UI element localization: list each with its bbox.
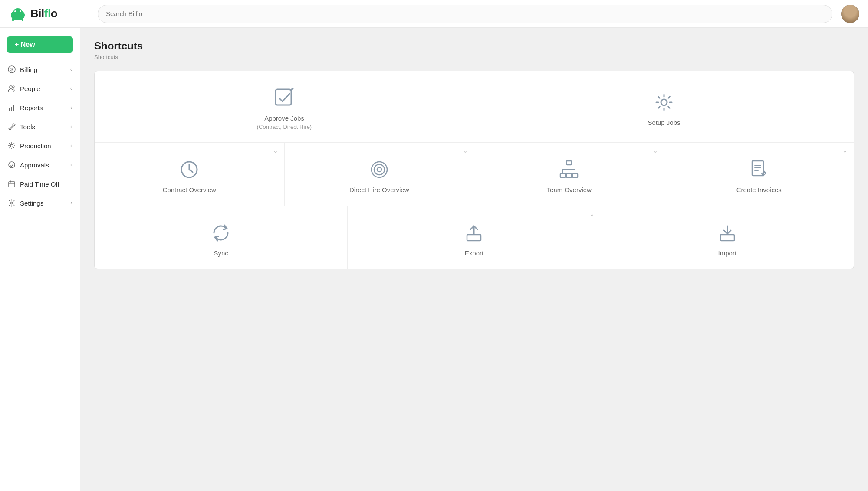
approve-jobs-sub: (Contract, Direct Hire) — [257, 124, 312, 130]
sync-label: Sync — [214, 249, 228, 257]
shortcut-import[interactable]: Import — [601, 206, 854, 269]
org-icon — [558, 158, 580, 181]
svg-point-2 — [12, 12, 16, 15]
svg-point-7 — [20, 10, 21, 12]
svg-point-24 — [377, 167, 381, 172]
chevron-right-icon: ‹ — [70, 162, 72, 168]
svg-rect-13 — [11, 107, 12, 111]
chevron-right-icon: ‹ — [70, 124, 72, 130]
direct-hire-overview-label: Direct Hire Overview — [349, 186, 409, 193]
page-title: Shortcuts — [94, 40, 854, 52]
clock-icon — [178, 158, 201, 181]
sidebar-item-paid-time-off[interactable]: Paid Time Off — [0, 174, 80, 193]
chevron-right-icon: ‹ — [70, 200, 72, 206]
shortcut-contract-overview[interactable]: ⌄ Contract Overview — [95, 143, 285, 206]
svg-line-19 — [290, 88, 293, 90]
shortcut-approve-jobs[interactable]: Approve Jobs (Contract, Direct Hire) — [95, 71, 474, 142]
chevron-right-icon: ‹ — [70, 143, 72, 149]
logo-icon — [9, 6, 27, 22]
sidebar-item-people[interactable]: People ‹ — [0, 79, 80, 98]
svg-rect-14 — [13, 105, 14, 111]
sidebar-item-tools[interactable]: Tools ‹ — [0, 117, 80, 136]
sidebar-item-approvals[interactable]: Approvals ‹ — [0, 155, 80, 174]
edit-doc-icon — [748, 158, 770, 181]
svg-rect-35 — [467, 235, 481, 241]
svg-point-15 — [10, 144, 13, 147]
chevron-down-icon: ⌄ — [273, 147, 278, 154]
sync-icon — [210, 222, 232, 244]
svg-point-6 — [14, 10, 16, 12]
setup-jobs-label: Setup Jobs — [648, 119, 680, 126]
people-icon — [8, 85, 16, 92]
shortcut-direct-hire-overview[interactable]: ⌄ Direct Hire Overview — [285, 143, 475, 206]
sidebar-label-billing: Billing — [20, 66, 37, 73]
svg-rect-25 — [566, 161, 572, 165]
sidebar-item-reports[interactable]: Reports ‹ — [0, 98, 80, 117]
chevron-right-icon: ‹ — [70, 105, 72, 111]
production-icon — [8, 142, 16, 150]
logo: Bilflo — [9, 6, 89, 22]
sidebar-label-production: Production — [20, 142, 51, 150]
sidebar-item-production[interactable]: Production ‹ — [0, 136, 80, 155]
sidebar-label-settings: Settings — [20, 200, 43, 207]
svg-rect-12 — [9, 108, 10, 111]
logo-text: Bilflo — [30, 7, 57, 20]
avatar — [841, 5, 859, 23]
chevron-down-icon: ⌄ — [589, 210, 595, 217]
shortcut-export[interactable]: ⌄ Export — [348, 206, 601, 269]
approve-jobs-label: Approve Jobs — [264, 115, 304, 122]
export-icon — [463, 222, 485, 244]
settings-icon — [8, 199, 16, 207]
shortcut-row-3: Sync ⌄ Export Import — [95, 206, 854, 269]
check-square-icon — [273, 87, 296, 109]
shortcut-create-invoices[interactable]: ⌄ Create Invoices — [664, 143, 854, 206]
sidebar-item-billing[interactable]: $ Billing ‹ — [0, 60, 80, 79]
import-icon — [716, 222, 739, 244]
reports-icon — [8, 104, 16, 111]
sidebar-item-settings[interactable]: Settings ‹ — [0, 193, 80, 213]
svg-rect-27 — [566, 173, 572, 177]
shortcut-team-overview[interactable]: ⌄ Team — [474, 143, 664, 206]
sidebar-label-approvals: Approvals — [20, 161, 49, 169]
create-invoices-label: Create Invoices — [736, 186, 782, 193]
breadcrumb: Shortcuts — [94, 54, 854, 60]
svg-rect-5 — [22, 18, 23, 21]
svg-rect-18 — [276, 89, 291, 105]
dollar-icon: $ — [8, 65, 16, 73]
chevron-right-icon: ‹ — [70, 85, 72, 92]
sidebar-label-pto: Paid Time Off — [20, 180, 59, 188]
svg-point-20 — [661, 99, 667, 105]
calendar-icon — [8, 180, 16, 188]
chevron-right-icon: ‹ — [70, 66, 72, 72]
chevron-down-icon: ⌄ — [463, 147, 468, 154]
sidebar: + New $ Billing ‹ People ‹ Reports ‹ — [0, 28, 80, 491]
tools-icon — [8, 123, 16, 131]
sidebar-label-reports: Reports — [20, 104, 43, 111]
main-content: Shortcuts Shortcuts Approve Jobs (Contra… — [80, 28, 868, 491]
shortcut-row-1: Approve Jobs (Contract, Direct Hire) Set… — [95, 71, 854, 143]
export-label: Export — [465, 249, 483, 257]
shortcut-sync[interactable]: Sync — [95, 206, 348, 269]
svg-point-10 — [10, 86, 12, 88]
shortcut-setup-jobs[interactable]: Setup Jobs — [474, 71, 854, 142]
chevron-down-icon: ⌄ — [842, 147, 848, 154]
import-label: Import — [718, 249, 737, 257]
topbar: Bilflo — [0, 0, 868, 28]
svg-rect-4 — [12, 18, 14, 21]
contract-overview-label: Contract Overview — [163, 186, 216, 193]
svg-point-23 — [374, 164, 385, 175]
svg-rect-37 — [720, 235, 734, 241]
target-icon — [368, 158, 391, 181]
chevron-down-icon: ⌄ — [653, 147, 658, 154]
team-overview-label: Team Overview — [547, 186, 592, 193]
sidebar-label-people: People — [20, 85, 40, 92]
shortcut-row-2: ⌄ Contract Overview ⌄ Direct Hire Overvi… — [95, 143, 854, 206]
sidebar-label-tools: Tools — [20, 123, 35, 131]
svg-rect-16 — [9, 182, 15, 187]
svg-rect-28 — [572, 173, 578, 177]
search-input[interactable] — [98, 5, 832, 23]
new-button[interactable]: + New — [7, 36, 73, 53]
approvals-icon — [8, 161, 16, 169]
shortcuts-card: Approve Jobs (Contract, Direct Hire) Set… — [94, 71, 854, 269]
svg-point-11 — [13, 86, 14, 88]
